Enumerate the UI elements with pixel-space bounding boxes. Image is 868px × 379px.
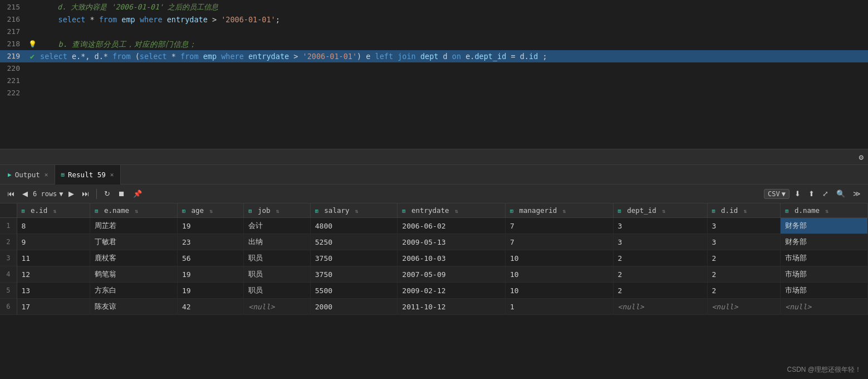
cell-e-name: 陈友谅 — [90, 299, 178, 315]
cell-age: 42 — [177, 299, 243, 315]
code-editor: 215 d. 大致内容是 '2006-01-01' 之后的员工信息 216 se… — [0, 0, 868, 149]
table-row: 29丁敏君23出纳52502009-05-13733财务部 — [0, 234, 868, 250]
cell-entrydate: 2009-02-12 — [398, 283, 506, 299]
sort-icon-deptid[interactable]: ⇅ — [662, 208, 665, 214]
cell-d-name: 财务部 — [781, 234, 868, 250]
th-dept-id[interactable]: ⊞ dept_id ⇅ — [613, 203, 707, 218]
th-job-label: job — [258, 206, 271, 215]
stop-button[interactable]: ⏹ — [115, 188, 128, 199]
cell-d-id: 2 — [707, 266, 781, 283]
pin-button[interactable]: 📌 — [130, 188, 145, 199]
col-icon-job: ⊞ — [248, 208, 252, 214]
csv-label: CSV — [768, 190, 780, 198]
th-d-id-label: d.id — [721, 206, 738, 215]
output-tab-label: Output — [15, 171, 40, 179]
th-salary[interactable]: ⊞ salary ⇅ — [310, 203, 398, 218]
cell-job: 会计 — [244, 218, 310, 234]
table-row: 412鹤笔翁19职员37502007-05-091022市场部 — [0, 266, 868, 283]
line-num-220: 220 — [0, 62, 27, 75]
th-d-id[interactable]: ⊞ d.id ⇅ — [707, 203, 781, 218]
sort-icon-managerid[interactable]: ⇅ — [563, 208, 566, 214]
result59-tab-close[interactable]: ✕ — [109, 171, 115, 178]
th-e-name[interactable]: ⊞ e.name ⇅ — [90, 203, 178, 218]
sort-icon-did[interactable]: ⇅ — [744, 208, 747, 214]
line-num-217: 217 — [0, 26, 27, 38]
th-d-name[interactable]: ⊞ d.name ⇅ — [781, 203, 868, 218]
th-age[interactable]: ⊞ age ⇅ — [177, 203, 243, 218]
next-page-button[interactable]: ▶ — [66, 188, 77, 199]
table-header-row: ⊞ e.id ⇅ ⊞ e.name ⇅ ⊞ age ⇅ — [0, 203, 868, 218]
upload-button[interactable]: ⬆ — [806, 188, 817, 199]
th-d-name-label: d.name — [795, 206, 820, 215]
cell-row-num: 2 — [0, 234, 17, 250]
code-lines: 215 d. 大致内容是 '2006-01-01' 之后的员工信息 216 se… — [0, 0, 868, 99]
line-content-219: select e.*, d.* from (select * from emp … — [38, 50, 868, 62]
cell-age: 23 — [177, 234, 243, 250]
sort-icon-dname[interactable]: ⇅ — [826, 208, 829, 214]
tab-output[interactable]: ▶ Output ✕ — [2, 165, 55, 184]
cell-e-name: 鹤笔翁 — [90, 266, 178, 283]
prev-page-button[interactable]: ◀ — [19, 188, 31, 199]
cell-dept-id: 2 — [613, 250, 707, 266]
cell-d-name: 市场部 — [781, 250, 868, 266]
sort-icon-eid[interactable]: ⇅ — [53, 208, 57, 214]
code-line-220: 220 — [0, 62, 868, 75]
th-entrydate-label: entrydate — [411, 206, 449, 215]
result59-tab-icon: ⊞ — [61, 171, 65, 178]
cell-d-id: 2 — [707, 250, 781, 266]
expand-button[interactable]: ⤢ — [820, 188, 831, 199]
cell-job: <null> — [244, 299, 310, 315]
code-line-215: 215 d. 大致内容是 '2006-01-01' 之后的员工信息 — [0, 1, 868, 13]
sort-icon-ename[interactable]: ⇅ — [135, 208, 139, 214]
cell-entrydate: 2006-06-02 — [398, 218, 506, 234]
more-button[interactable]: ≫ — [850, 188, 864, 199]
cell-age: 19 — [177, 218, 243, 234]
row-count-dropdown-icon[interactable]: ▼ — [59, 190, 63, 198]
th-e-id[interactable]: ⊞ e.id ⇅ — [17, 203, 90, 218]
cell-d-name: 财务部 — [781, 218, 868, 234]
table-row: 18周芷若19会计48002006-06-02733财务部 — [0, 218, 868, 234]
sort-icon-entrydate[interactable]: ⇅ — [455, 208, 458, 214]
cell-e-name: 丁敏君 — [90, 234, 178, 250]
code-line-222: 222 — [0, 87, 868, 99]
tab-result59[interactable]: ⊞ Result 59 ✕ — [55, 165, 121, 184]
row-count: 6 rows ▼ — [33, 190, 63, 198]
th-row-num — [0, 203, 17, 218]
th-entrydate[interactable]: ⊞ entrydate ⇅ — [398, 203, 506, 218]
cell-salary: 5500 — [310, 283, 398, 299]
sort-icon-salary[interactable]: ⇅ — [355, 208, 359, 214]
col-icon-managerid: ⊞ — [510, 208, 513, 214]
cell-row-num: 1 — [0, 218, 17, 234]
settings-icon[interactable]: ⚙ — [859, 153, 864, 162]
output-tab-close[interactable]: ✕ — [43, 171, 50, 178]
table-row: 617陈友谅42<null>20002011-10-121<null><null… — [0, 299, 868, 315]
table-body: 18周芷若19会计48002006-06-02733财务部29丁敏君23出纳52… — [0, 218, 868, 315]
cell-salary: 3750 — [310, 250, 398, 266]
sort-icon-age[interactable]: ⇅ — [210, 208, 213, 214]
col-icon-deptid: ⊞ — [618, 208, 621, 214]
th-job[interactable]: ⊞ job ⇅ — [244, 203, 310, 218]
sort-icon-job[interactable]: ⇅ — [276, 208, 279, 214]
line-num-215: 215 — [0, 1, 27, 13]
table-row: 513方东白19职员55002009-02-121022市场部 — [0, 283, 868, 299]
th-managerid[interactable]: ⊞ managerid ⇅ — [505, 203, 613, 218]
cell-job: 职员 — [244, 283, 310, 299]
cell-e-id: 9 — [17, 234, 90, 250]
data-table: ⊞ e.id ⇅ ⊞ e.name ⇅ ⊞ age ⇅ — [0, 203, 868, 315]
data-table-container[interactable]: ⊞ e.id ⇅ ⊞ e.name ⇅ ⊞ age ⇅ — [0, 203, 868, 379]
toolbar-sep-1 — [96, 189, 97, 199]
cell-row-num: 4 — [0, 266, 17, 283]
col-icon-eid: ⊞ — [22, 208, 25, 214]
zoom-button[interactable]: 🔍 — [833, 188, 848, 199]
csv-dropdown[interactable]: CSV ▼ — [764, 189, 789, 199]
last-page-button[interactable]: ⏭ — [79, 188, 92, 199]
line-content-216: select * from emp where entrydate > '200… — [38, 13, 868, 26]
cell-e-id: 13 — [17, 283, 90, 299]
th-dept-id-label: dept_id — [627, 206, 656, 215]
download-button[interactable]: ⬇ — [792, 188, 803, 199]
refresh-button[interactable]: ↻ — [101, 188, 113, 199]
cell-row-num: 6 — [0, 299, 17, 315]
cell-age: 19 — [177, 283, 243, 299]
cell-managerid: 7 — [505, 234, 613, 250]
first-page-button[interactable]: ⏮ — [4, 188, 17, 199]
